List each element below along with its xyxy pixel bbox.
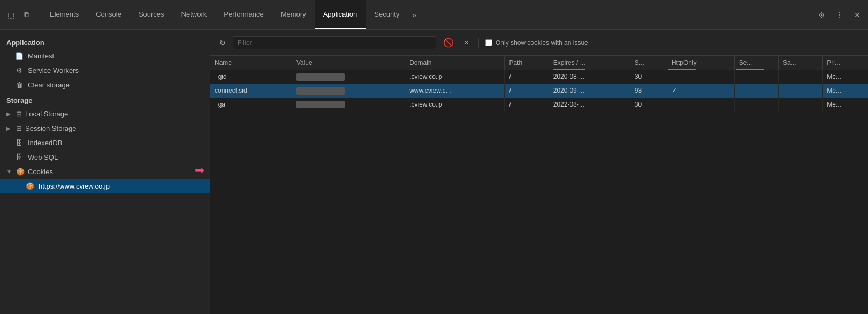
col-header-path[interactable]: Path [505,56,549,70]
indexeddb-icon: 🗄 [15,139,24,147]
table-cell: / [505,84,549,98]
sidebar-item-indexeddb[interactable]: 🗄 IndexedDB [0,136,210,150]
sidebar: Application 📄 Manifest ⚙ Service Workers… [0,30,210,314]
col-header-domain[interactable]: Domain [405,56,505,70]
col-header-secure[interactable]: Se... [734,56,778,70]
table-header-row: Name Value Domain Path Expires / ... S..… [210,56,868,70]
device-icon[interactable]: ⧉ [21,8,33,21]
col-header-expires[interactable]: Expires / ... [549,56,630,70]
table-cell [667,98,734,111]
only-show-issues-label[interactable]: Only show cookies with an issue [485,39,588,47]
table-cell: / [505,98,549,111]
annotation-arrow: ➡ [195,163,204,177]
table-cell: connect.sid [210,84,292,98]
sidebar-item-web-sql[interactable]: 🗄 Web SQL [0,150,210,165]
col-header-httponly[interactable]: HttpOnly [667,56,734,70]
table-cell: .cview.co.jp [405,70,505,84]
col-header-value[interactable]: Value [292,56,405,70]
manifest-icon: 📄 [15,52,24,60]
sidebar-label-web-sql: Web SQL [28,153,203,161]
sidebar-label-session-storage: Session Storage [25,124,76,132]
refresh-button[interactable]: ↻ [217,37,229,49]
table-row[interactable]: _gid.cview.co.jp/2020-08-...30Me... [210,70,868,84]
col-header-size[interactable]: S... [630,56,667,70]
sidebar-label-cookies: Cookies [28,168,53,176]
col-header-samesite[interactable]: Sa... [778,56,822,70]
session-storage-arrow: ▶ [6,125,13,131]
table-cell: Me... [823,84,868,98]
tab-console[interactable]: Console [87,0,130,29]
cookies-arrow: ▼ [6,169,13,175]
toolbar-divider [478,38,479,48]
table-cell: ✓ [667,84,734,98]
cookies-icon: 🍪 [16,168,25,176]
sidebar-item-session-storage[interactable]: ▶ ⊞ Session Storage [0,121,210,136]
cookie-url-icon: 🍪 [26,182,34,190]
table-cell: 2020-08-... [549,70,630,84]
sidebar-section-storage: Storage [0,92,210,107]
table-cell: 93 [630,84,667,98]
tab-elements[interactable]: Elements [41,0,87,29]
sidebar-label-cookie-url: https://www.cview.co.jp [39,182,110,190]
sidebar-label-service-workers: Service Workers [28,66,203,74]
table-row[interactable]: connect.sidwww.cview.c.../2020-09-...93✓… [210,84,868,98]
sidebar-label-manifest: Manifest [28,52,203,60]
close-filter-button[interactable]: ✕ [461,37,472,48]
session-storage-icon: ⊞ [16,124,22,132]
local-storage-arrow: ▶ [6,111,13,117]
settings-button[interactable]: ⚙ [815,9,828,21]
table-cell: 2020-09-... [549,84,630,98]
sidebar-item-cookie-url[interactable]: 🍪 https://www.cview.co.jp [0,179,210,193]
cursor-icon[interactable]: ⬚ [4,9,18,21]
table-cell: _ga [210,98,292,111]
table-cell [667,70,734,84]
sidebar-item-manifest[interactable]: 📄 Manifest [0,49,210,63]
clear-storage-icon: 🗑 [15,81,24,89]
sidebar-item-local-storage[interactable]: ▶ ⊞ Local Storage [0,107,210,121]
expires-underline [553,69,585,70]
tab-bar: ⬚ ⧉ Elements Console Sources Network Per… [0,0,868,30]
clear-filter-button[interactable]: 🚫 [440,36,456,49]
sidebar-item-service-workers[interactable]: ⚙ Service Workers [0,63,210,78]
tab-security[interactable]: Security [366,0,408,29]
only-show-issues-checkbox[interactable] [485,39,492,46]
cookies-toolbar: ↻ 🚫 ✕ Only show cookies with an issue [210,30,868,56]
cookies-table: Name Value Domain Path Expires / ... S..… [210,56,868,165]
table-cell [734,70,778,84]
table-empty-row [210,111,868,165]
table-cell: Me... [823,98,868,111]
table-cell: Me... [823,70,868,84]
close-devtools-button[interactable]: ✕ [851,9,864,21]
tab-application[interactable]: Application [315,0,366,29]
table-cell: 30 [630,98,667,111]
table-row[interactable]: _ga.cview.co.jp/2022-08-...30Me... [210,98,868,111]
sidebar-label-indexeddb: IndexedDB [28,139,203,147]
table-cell [292,98,405,111]
table-cell: 30 [630,70,667,84]
tab-list: Elements Console Sources Network Perform… [41,0,811,29]
local-storage-icon: ⊞ [16,110,22,118]
tab-more-button[interactable]: » [408,11,421,19]
col-header-priority[interactable]: Pri... [823,56,868,70]
filter-input[interactable] [233,36,436,49]
tab-performance[interactable]: Performance [215,0,272,29]
devtools-icons: ⬚ ⧉ [4,8,33,21]
table-cell: / [505,70,549,84]
more-options-button[interactable]: ⋮ [833,9,847,21]
col-header-name[interactable]: Name [210,56,292,70]
tab-network[interactable]: Network [173,0,216,29]
table-cell [734,98,778,111]
table-cell [778,98,822,111]
table-cell: www.cview.c... [405,84,505,98]
tab-sources[interactable]: Sources [130,0,173,29]
secure-underline [736,69,764,70]
httponly-underline [668,69,696,70]
sidebar-item-clear-storage[interactable]: 🗑 Clear storage [0,78,210,92]
tab-memory[interactable]: Memory [272,0,315,29]
table-cell [292,70,405,84]
table-cell: .cview.co.jp [405,98,505,111]
table-body: _gid.cview.co.jp/2020-08-...30Me...conne… [210,70,868,165]
table-cell [778,70,822,84]
sidebar-item-cookies[interactable]: ▼ 🍪 Cookies ➡ [0,165,210,179]
main-content: Application 📄 Manifest ⚙ Service Workers… [0,30,868,314]
